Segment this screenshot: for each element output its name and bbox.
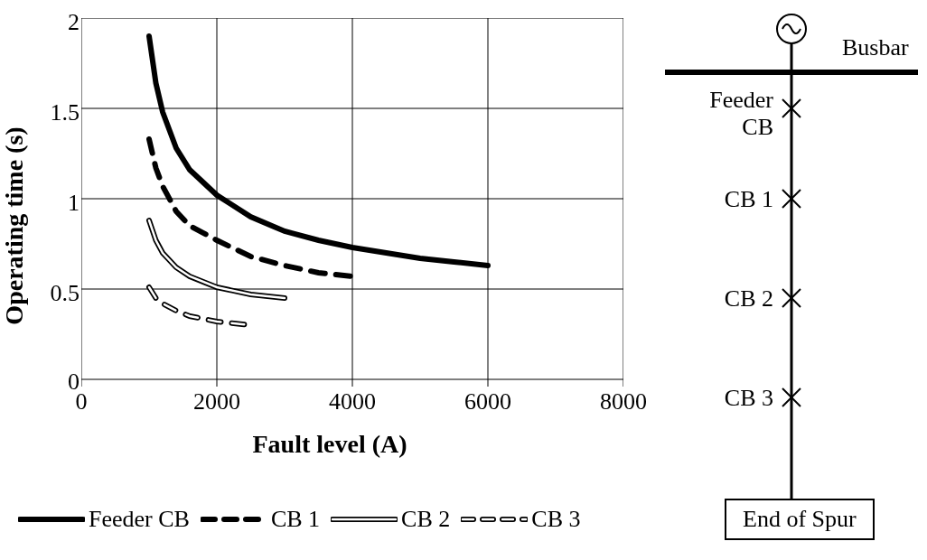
plot-svg — [81, 18, 623, 406]
legend-label-cb1: CB 1 — [271, 506, 320, 533]
cb3-label: CB 3 — [725, 385, 773, 412]
cb2-label: CB 2 — [725, 285, 773, 313]
legend: Feeder CB CB 1 CB 2 CB 3 — [18, 497, 651, 542]
end-of-spur-box: End of Spur — [725, 499, 875, 540]
legend-label-feeder-cb: Feeder CB — [89, 506, 190, 533]
legend-item-feeder-cb: Feeder CB — [18, 506, 190, 533]
legend-swatch-cb3 — [461, 510, 528, 528]
series-cb1 — [149, 139, 352, 276]
legend-label-cb2: CB 2 — [401, 506, 450, 533]
y-tick-2: 2 — [58, 9, 80, 36]
cb1-label: CB 1 — [725, 186, 773, 213]
figure-root: Operating time (s) Fault level (A) 2 1.5… — [0, 0, 927, 560]
legend-item-cb2: CB 2 — [331, 506, 450, 533]
feeder-cb-label-2: CB — [742, 114, 773, 141]
y-tick-1: 1 — [58, 190, 80, 217]
legend-label-cb3: CB 3 — [531, 506, 580, 533]
one-line-diagram: Busbar Feeder CB CB 1 CB 2 CB 3 End of S… — [638, 0, 927, 560]
legend-swatch-cb1 — [201, 510, 267, 528]
y-tick-0p5: 0.5 — [36, 280, 80, 307]
chart-area: Operating time (s) Fault level (A) 2 1.5… — [18, 9, 641, 542]
y-axis-label: Operating time (s) — [0, 126, 29, 324]
legend-item-cb3: CB 3 — [461, 506, 580, 533]
legend-swatch-feeder-cb — [18, 510, 85, 528]
legend-item-cb1: CB 1 — [201, 506, 320, 533]
legend-swatch-cb2 — [331, 510, 398, 528]
x-axis-label: Fault level (A) — [252, 430, 407, 459]
diagram-svg — [638, 0, 927, 560]
plot-outer: Operating time (s) Fault level (A) 2 1.5… — [18, 9, 641, 461]
feeder-cb-label-1: Feeder — [709, 87, 773, 114]
busbar-label: Busbar — [842, 34, 909, 61]
y-tick-1p5: 1.5 — [36, 99, 80, 126]
